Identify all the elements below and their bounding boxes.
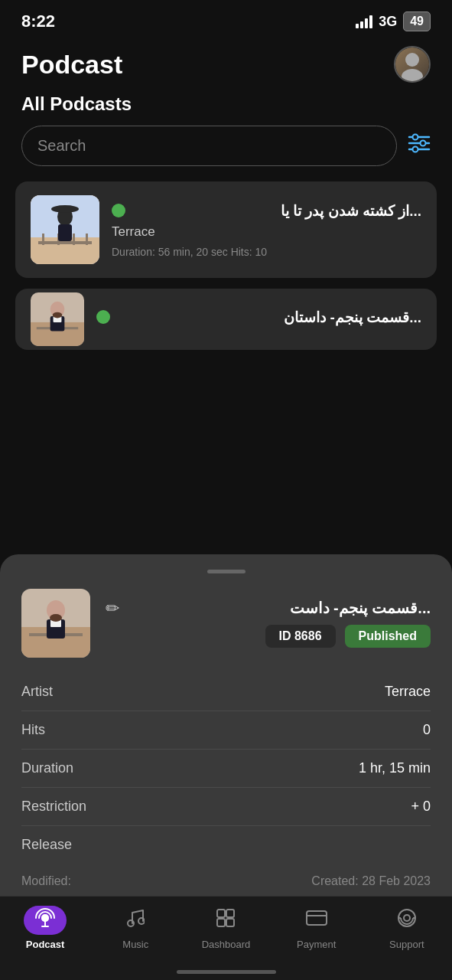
- sheet-row-artist: Artist Terrace: [21, 673, 431, 711]
- payment-icon: [306, 910, 327, 931]
- svg-rect-43: [226, 919, 234, 926]
- active-status-dot-1: [112, 204, 125, 217]
- svg-rect-13: [42, 234, 44, 245]
- svg-rect-40: [217, 910, 225, 917]
- sheet-row-release: Release: [21, 826, 431, 864]
- filter-icon[interactable]: [408, 133, 431, 158]
- nav-podcast-label: Podcast: [26, 939, 65, 950]
- svg-rect-12: [38, 241, 92, 244]
- bottom-nav: Podcast Music Das: [0, 896, 452, 980]
- svg-point-5: [413, 135, 418, 140]
- nav-item-podcast[interactable]: Podcast: [15, 906, 76, 950]
- search-container: Search: [0, 126, 452, 166]
- signal-bars-icon: [356, 15, 372, 28]
- svg-rect-42: [217, 919, 225, 926]
- status-right: 3G 49: [356, 11, 431, 31]
- nav-dashboard-icon-wrap: [204, 906, 247, 935]
- svg-rect-44: [307, 911, 327, 925]
- sheet-row-duration: Duration 1 hr, 15 min: [21, 750, 431, 788]
- active-status-dot-2: [96, 310, 110, 324]
- search-input[interactable]: Search: [21, 126, 397, 166]
- restriction-value: + 0: [411, 799, 431, 815]
- podcast-card-1-info: ...از کشته شدن پدر تا یا Terrace Duratio…: [112, 202, 421, 258]
- status-bar: 8:22 3G 49: [0, 0, 452, 40]
- edit-icon[interactable]: ✏: [106, 599, 119, 619]
- podcast-thumb-1: [31, 195, 99, 264]
- svg-point-35: [41, 914, 49, 922]
- home-indicator: [177, 970, 276, 974]
- svg-point-33: [50, 614, 62, 622]
- duration-label: Duration: [21, 760, 73, 776]
- search-placeholder-text: Search: [37, 137, 86, 155]
- nav-music-icon-wrap: [114, 906, 157, 935]
- nav-dashboard-label: Dashboard: [202, 939, 251, 950]
- podcast-card-1[interactable]: ...از کشته شدن پدر تا یا Terrace Duratio…: [15, 181, 437, 278]
- nav-support-icon-wrap: [385, 906, 428, 935]
- section-title: All Podcasts: [0, 90, 452, 126]
- modified-label: Modified:: [21, 874, 71, 888]
- page-title: Podcast: [21, 50, 122, 80]
- svg-point-6: [421, 141, 426, 146]
- svg-rect-19: [58, 224, 72, 241]
- sheet-thumb: [21, 589, 90, 658]
- nav-payment-label: Payment: [297, 939, 336, 950]
- sheet-row-restriction: Restriction + 0: [21, 788, 431, 826]
- nav-item-support[interactable]: Support: [376, 906, 437, 950]
- avatar-icon: [395, 47, 429, 81]
- music-icon: [126, 908, 145, 933]
- sheet-header: ✏ ...قسمت پنجم- داست ID 8686 Published: [21, 589, 431, 658]
- svg-point-7: [413, 147, 418, 152]
- avatar-image: [395, 47, 429, 81]
- svg-point-18: [51, 205, 79, 213]
- duration-value: 1 hr, 15 min: [359, 760, 431, 776]
- created-label: Created: 28 Feb 2023: [311, 874, 431, 888]
- sheet-handle: [207, 570, 246, 573]
- nav-item-payment[interactable]: Payment: [286, 906, 347, 950]
- svg-point-1: [402, 69, 423, 81]
- published-badge: Published: [345, 625, 431, 648]
- restriction-label: Restriction: [21, 799, 86, 815]
- svg-rect-15: [73, 234, 75, 245]
- podcast-card-2-title: ...قسمت پنجم- داستان: [284, 309, 421, 326]
- podcast-card-1-subtitle: Terrace: [112, 224, 421, 240]
- hits-value: 0: [423, 722, 431, 738]
- podcast-card-1-meta: Duration: 56 min, 20 sec Hits: 10: [112, 246, 421, 258]
- nav-item-dashboard[interactable]: Dashboard: [195, 906, 256, 950]
- svg-point-26: [53, 312, 62, 318]
- release-label: Release: [21, 837, 72, 853]
- svg-rect-16: [86, 234, 88, 245]
- sheet-details: Artist Terrace Hits 0 Duration 1 hr, 15 …: [21, 673, 431, 864]
- bottom-sheet: ✏ ...قسمت پنجم- داست ID 8686 Published A…: [0, 554, 452, 911]
- podcast-card-2-info: ...قسمت پنجم- داستان: [96, 309, 421, 331]
- sheet-footer: Modified: Created: 28 Feb 2023: [21, 864, 431, 888]
- sheet-podcast-title: ...قسمت پنجم- داست: [290, 599, 431, 617]
- podcast-card-2[interactable]: ...قسمت پنجم- داستان: [15, 289, 437, 350]
- podcast-card-1-title: ...از کشته شدن پدر تا یا: [281, 202, 421, 220]
- sheet-row-hits: Hits 0: [21, 711, 431, 750]
- svg-rect-41: [226, 910, 234, 917]
- svg-point-0: [405, 53, 419, 67]
- nav-support-label: Support: [389, 939, 424, 950]
- nav-payment-icon-wrap: [295, 906, 338, 935]
- id-badge: ID 8686: [265, 625, 336, 648]
- svg-point-47: [404, 915, 410, 921]
- support-icon: [397, 908, 417, 933]
- dashboard-icon: [216, 908, 236, 933]
- podcast-icon: [35, 908, 55, 933]
- page-header: Podcast: [0, 40, 452, 90]
- avatar[interactable]: [394, 46, 431, 83]
- nav-item-music[interactable]: Music: [105, 906, 166, 950]
- sheet-badges: ID 8686 Published: [265, 625, 431, 648]
- hits-label: Hits: [21, 722, 45, 738]
- podcast-thumb-2: [31, 292, 84, 346]
- network-label: 3G: [379, 14, 397, 30]
- nav-podcast-icon-wrap: [24, 906, 67, 935]
- artist-value: Terrace: [385, 684, 431, 700]
- battery-indicator: 49: [403, 11, 431, 31]
- status-time: 8:22: [21, 11, 55, 31]
- nav-music-label: Music: [122, 939, 148, 950]
- artist-label: Artist: [21, 684, 53, 700]
